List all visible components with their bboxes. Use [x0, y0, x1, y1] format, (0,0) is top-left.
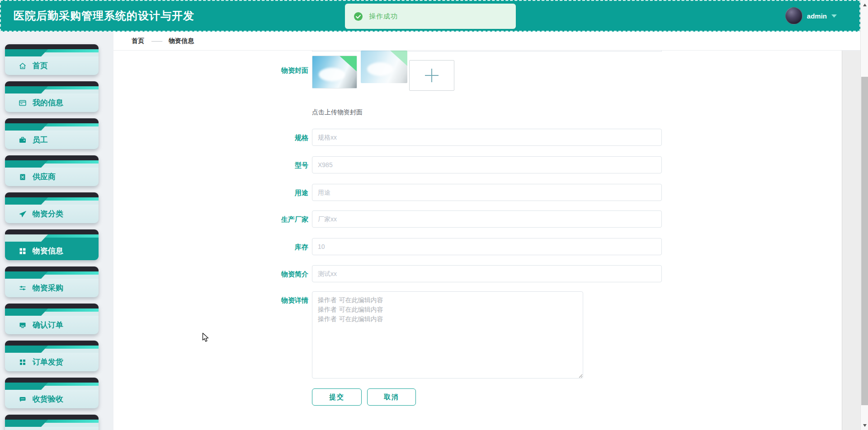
- stock-input[interactable]: [312, 238, 662, 255]
- sidebar-item-confirm-order[interactable]: 确认订单: [5, 304, 99, 334]
- page-scrollbar[interactable]: [860, 0, 868, 430]
- upload-cover-button[interactable]: [409, 60, 454, 91]
- field-label-spec: 规格: [241, 134, 308, 142]
- username-label: admin: [807, 12, 827, 20]
- cover-thumbnail-1[interactable]: [312, 56, 357, 89]
- sidebar-item-label: 我的信息: [33, 98, 63, 108]
- field-label-model: 型号: [241, 161, 308, 170]
- cover-thumbnail-2[interactable]: [361, 51, 407, 83]
- monitor-icon: [19, 321, 27, 329]
- sidebar-item-suppliers[interactable]: 供应商: [5, 155, 99, 186]
- detail-textarea[interactable]: 操作者 可在此编辑内容 操作者 可在此编辑内容 操作者 可在此编辑内容: [312, 291, 583, 379]
- success-toast: 操作成功: [345, 4, 516, 29]
- home-icon: [19, 62, 27, 70]
- sidebar-item-label: 物资信息: [33, 246, 63, 256]
- field-label-stock: 库存: [241, 243, 308, 252]
- plus-icon: [425, 69, 439, 82]
- check-circle-icon: [354, 12, 363, 21]
- sidebar-item-home[interactable]: 首页: [5, 44, 99, 75]
- breadcrumb: 首页 —— 物资信息: [113, 32, 860, 51]
- sidebar-item-my-info[interactable]: 我的信息: [5, 81, 99, 112]
- page-title: 医院后勤采购管理系统的设计与开发: [14, 1, 194, 31]
- user-menu[interactable]: admin: [785, 1, 837, 31]
- sidebar-item-receiving-inspection[interactable]: 收货验收: [5, 378, 99, 408]
- briefcase-icon: [19, 136, 27, 144]
- model-input[interactable]: [312, 156, 662, 173]
- content-scroll-gutter: [842, 51, 860, 430]
- sidebar-item-material-info[interactable]: 物资信息: [5, 229, 99, 260]
- paper-plane-icon: [19, 210, 27, 218]
- sidebar-item-partial[interactable]: [5, 415, 99, 430]
- toast-message: 操作成功: [369, 12, 398, 21]
- grid-icon: [19, 247, 27, 255]
- sidebar-item-material-category[interactable]: 物资分类: [5, 192, 99, 223]
- sidebar-item-label: 收货验收: [33, 394, 63, 404]
- cancel-button[interactable]: 取消: [367, 388, 416, 406]
- brief-input[interactable]: [312, 265, 662, 282]
- field-label-detail: 物资详情: [241, 296, 308, 305]
- scrollbar-thumb[interactable]: [861, 77, 868, 405]
- manufacturer-input[interactable]: [312, 210, 662, 228]
- breadcrumb-home[interactable]: 首页: [132, 37, 144, 45]
- sidebar-item-label: 确认订单: [33, 320, 63, 330]
- breadcrumb-current: 物资信息: [169, 37, 194, 45]
- submit-button[interactable]: 提交: [312, 388, 362, 406]
- document-x-icon: [19, 173, 27, 181]
- sidebar-item-employees[interactable]: 员工: [5, 118, 99, 149]
- sliders-icon: [19, 284, 27, 292]
- upload-hint: 点击上传物资封面: [312, 108, 363, 117]
- field-label-brief: 物资简介: [241, 270, 308, 279]
- field-label-usage: 用途: [241, 189, 308, 197]
- scroll-down-arrow[interactable]: [861, 421, 868, 429]
- scroll-up-arrow[interactable]: [861, 1, 868, 9]
- sidebar-item-label: 供应商: [33, 172, 56, 182]
- sidebar-item-label: 员工: [33, 135, 48, 145]
- chat-icon: [19, 395, 27, 403]
- spec-input[interactable]: [312, 129, 662, 146]
- breadcrumb-separator: ——: [151, 37, 161, 44]
- sidebar-item-label: 物资采购: [33, 283, 63, 293]
- id-card-icon: [19, 99, 27, 107]
- sidebar-item-order-shipping[interactable]: 订单发货: [5, 341, 99, 371]
- app-window: 医院后勤采购管理系统的设计与开发 admin 操作成功 首页: [0, 0, 868, 430]
- cover-label: 物资封面: [241, 66, 308, 75]
- grid-small-icon: [19, 358, 27, 366]
- avatar[interactable]: [785, 7, 802, 24]
- sidebar-item-label: 物资分类: [33, 209, 63, 219]
- usage-input[interactable]: [312, 184, 662, 201]
- chevron-down-icon: [831, 14, 837, 18]
- field-label-manufacturer: 生产厂家: [241, 215, 308, 224]
- sidebar-item-material-purchase[interactable]: 物资采购: [5, 266, 99, 297]
- sidebar-item-label: 订单发货: [33, 357, 63, 367]
- sidebar-item-label: 首页: [33, 61, 48, 71]
